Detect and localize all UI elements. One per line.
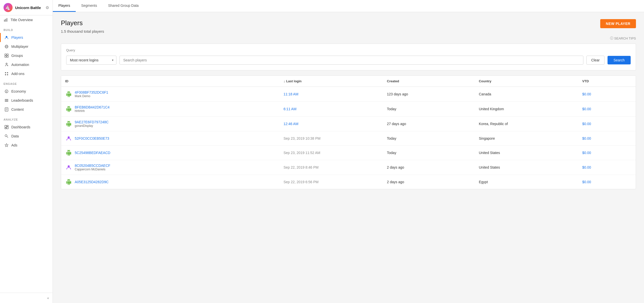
sidebar-leaderboards-label: Leaderboards xyxy=(11,98,49,102)
player-country: United States xyxy=(475,160,578,175)
new-player-button[interactable]: NEW PLAYER xyxy=(600,19,636,28)
page-title-group: Players xyxy=(61,19,83,27)
sidebar-automation-label: Automation xyxy=(11,63,49,67)
player-count-subtitle: 1.5 thousand total players xyxy=(61,29,636,33)
svg-rect-13 xyxy=(5,72,6,73)
vtd-value[interactable]: $0.00 xyxy=(582,92,591,96)
player-last-login: Sep 22, 2019 8:46 PM xyxy=(279,160,383,175)
clear-button[interactable]: Clear xyxy=(586,56,604,65)
svg-rect-29 xyxy=(5,128,6,129)
player-platform-icon xyxy=(65,120,72,127)
vtd-value[interactable]: $0.00 xyxy=(582,136,591,140)
search-button[interactable]: Search xyxy=(608,56,631,64)
gear-icon[interactable]: ⚙ xyxy=(46,5,49,10)
player-last-login: 12:46 AM xyxy=(279,117,383,131)
page-content: Players NEW PLAYER 1.5 thousand total pl… xyxy=(53,12,644,303)
svg-point-12 xyxy=(7,65,8,66)
player-country: Singapore xyxy=(475,131,578,146)
sidebar-item-data[interactable]: Data xyxy=(0,132,53,141)
player-country: United Kingdom xyxy=(475,102,578,117)
player-id-link[interactable]: 5C25498BEDFAEACD xyxy=(75,151,110,155)
search-tips-link[interactable]: ⓘ SEARCH TIPS xyxy=(610,36,636,41)
sidebar-economy-label: Economy xyxy=(11,89,49,93)
table-row: 8C05204B5CCDAECF Cappercorn McDaniels Se… xyxy=(61,160,636,175)
sidebar-ads-label: Ads xyxy=(11,143,49,147)
tab-shared-group-data[interactable]: Shared Group Data xyxy=(103,0,144,12)
sidebar-item-ads[interactable]: Ads xyxy=(0,141,53,150)
sort-select[interactable]: Most recent logins Least recent logins M… xyxy=(66,56,116,65)
svg-rect-7 xyxy=(5,54,6,55)
sidebar-dashboards-label: Dashboards xyxy=(11,125,49,129)
vtd-value[interactable]: $0.00 xyxy=(582,151,591,155)
sidebar-item-economy[interactable]: $ Economy xyxy=(0,87,53,96)
analyze-section-label: ANALYZE xyxy=(0,114,53,123)
table-header-row: ID ↓Last login Created Country VTD xyxy=(61,76,636,87)
sidebar-data-label: Data xyxy=(11,134,49,138)
tab-bar: Players Segments Shared Group Data xyxy=(53,0,644,12)
player-id-info: A05E3125D4282D9C xyxy=(75,180,109,184)
player-id-link[interactable]: A05E3125D4282D9C xyxy=(75,180,109,184)
sidebar-item-players[interactable]: Players xyxy=(0,33,53,42)
query-controls: Most recent logins Least recent logins M… xyxy=(66,56,631,65)
player-id-link[interactable]: 9AE27E6FD797248C xyxy=(75,120,109,124)
player-id-cell: BFEB6DB442D671C4 hhhhhh xyxy=(61,102,279,117)
app-title: Unicorn Battle xyxy=(15,6,43,10)
players-table: ID ↓Last login Created Country VTD xyxy=(61,75,636,189)
sidebar-item-addons[interactable]: Add-ons xyxy=(0,69,53,78)
search-input[interactable] xyxy=(119,56,583,65)
tab-players[interactable]: Players xyxy=(53,0,76,12)
login-time-value: 6:11 AM xyxy=(284,107,296,111)
player-id-info: BFEB6DB442D671C4 hhhhhh xyxy=(75,105,110,113)
svg-rect-10 xyxy=(7,56,8,57)
player-last-login: Sep 23, 2019 10:38 PM xyxy=(279,131,383,146)
sidebar-item-leaderboards[interactable]: Leaderboards xyxy=(0,96,53,105)
sidebar-item-content[interactable]: Content xyxy=(0,105,53,114)
table-row: 4F008BF7352DC6F1 Mark Demo 11:18 AM 123 … xyxy=(61,87,636,102)
svg-rect-9 xyxy=(5,56,6,57)
title-overview-item[interactable]: Title Overview xyxy=(0,15,53,24)
player-id-cell: 52F0C0CC0EB50E73 xyxy=(61,131,279,146)
login-time-value: Sep 23, 2019 11:52 AM xyxy=(284,151,320,155)
content-icon xyxy=(4,107,9,112)
sidebar-collapse-btn[interactable]: « xyxy=(0,293,53,303)
player-platform-icon xyxy=(65,178,72,185)
svg-point-33 xyxy=(68,165,70,167)
player-country: Korea, Republic of xyxy=(475,117,578,131)
player-vtd: $0.00 xyxy=(578,87,636,102)
sidebar-item-multiplayer[interactable]: Multiplayer xyxy=(0,42,53,51)
svg-text:$: $ xyxy=(6,90,7,93)
sort-select-wrapper: Most recent logins Least recent logins M… xyxy=(66,56,116,65)
player-id-link[interactable]: 52F0C0CC0EB50E73 xyxy=(75,136,109,140)
svg-rect-27 xyxy=(7,125,8,126)
engage-section-label: ENGAGE xyxy=(0,78,53,87)
sidebar-header: 🦄 Unicorn Battle ⚙ xyxy=(0,0,53,15)
player-platform-icon xyxy=(65,91,72,98)
economy-icon: $ xyxy=(4,89,9,94)
sidebar-addons-label: Add-ons xyxy=(11,72,49,76)
player-id-link[interactable]: 4F008BF7352DC6F1 xyxy=(75,90,108,94)
sidebar-multiplayer-label: Multiplayer xyxy=(11,45,49,49)
player-vtd: $0.00 xyxy=(578,146,636,160)
vtd-value[interactable]: $0.00 xyxy=(582,165,591,169)
col-last-login[interactable]: ↓Last login xyxy=(279,76,383,87)
vtd-value[interactable]: $0.00 xyxy=(582,180,591,184)
table-row: 5C25498BEDFAEACD Sep 23, 2019 11:52 AM T… xyxy=(61,146,636,160)
vtd-value[interactable]: $0.00 xyxy=(582,122,591,126)
page-title: Players xyxy=(61,19,83,27)
sidebar-item-automation[interactable]: Automation xyxy=(0,60,53,69)
sidebar-item-dashboards[interactable]: Dashboards xyxy=(0,123,53,132)
svg-rect-26 xyxy=(5,125,6,127)
tab-segments[interactable]: Segments xyxy=(76,0,103,12)
player-id-info: 5C25498BEDFAEACD xyxy=(75,151,110,155)
player-last-login: Sep 22, 2019 6:56 PM xyxy=(279,175,383,189)
main-content: Players Segments Shared Group Data Playe… xyxy=(53,0,644,303)
player-created: Today xyxy=(383,102,475,117)
player-id-link[interactable]: BFEB6DB442D671C4 xyxy=(75,105,110,109)
info-icon: ⓘ xyxy=(610,36,613,41)
chevron-left-icon: « xyxy=(47,296,49,300)
player-last-login: Sep 23, 2019 11:52 AM xyxy=(279,146,383,160)
login-time-value: 12:46 AM xyxy=(284,122,298,126)
vtd-value[interactable]: $0.00 xyxy=(582,107,591,111)
player-id-link[interactable]: 8C05204B5CCDAECF xyxy=(75,164,110,168)
sidebar-item-groups[interactable]: Groups xyxy=(0,51,53,60)
